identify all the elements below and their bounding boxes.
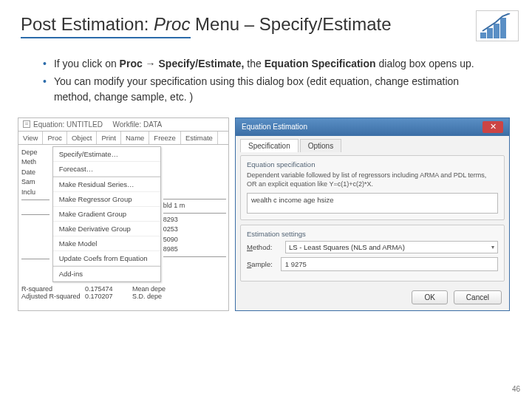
logo bbox=[476, 10, 519, 41]
equation-window-titlebar: = Equation: UNTITLED Workfile: DATA bbox=[18, 118, 228, 132]
output-left-col: Depe Meth Date Sam Inclu bbox=[18, 145, 52, 284]
close-icon[interactable]: ✕ bbox=[482, 121, 503, 133]
toolbar-proc[interactable]: Proc bbox=[43, 132, 67, 144]
group-eq-spec-label: Equation specification bbox=[247, 160, 498, 168]
toolbar-object[interactable]: Object bbox=[67, 132, 97, 144]
page-number: 46 bbox=[512, 385, 520, 393]
menu-make-gradient[interactable]: Make Gradient Group bbox=[53, 207, 160, 222]
chevron-down-icon: ▾ bbox=[491, 244, 494, 250]
sample-input[interactable]: 1 9275 bbox=[281, 257, 498, 271]
method-select[interactable]: LS - Least Squares (NLS and ARMA)▾ bbox=[285, 241, 498, 253]
dialog-titlebar: Equation Estimation ✕ bbox=[236, 118, 509, 136]
proc-menu: Specify/Estimate… Forecast… Make Residua… bbox=[52, 146, 161, 282]
toolbar-view[interactable]: View bbox=[18, 132, 43, 144]
menu-make-model[interactable]: Make Model bbox=[53, 236, 160, 251]
toolbar-print[interactable]: Print bbox=[97, 132, 121, 144]
toolbar-estimate[interactable]: Estimate bbox=[181, 132, 218, 144]
menu-forecast[interactable]: Forecast… bbox=[53, 162, 160, 177]
toolbar-freeze[interactable]: Freeze bbox=[149, 132, 181, 144]
svg-rect-1 bbox=[487, 28, 493, 38]
bullet-list: If you click on Proc → Specify/Estimate,… bbox=[0, 44, 532, 117]
method-label: Method: bbox=[247, 243, 279, 251]
cancel-button[interactable]: Cancel bbox=[454, 290, 502, 304]
sample-label: Sample: bbox=[247, 260, 275, 268]
menu-specify-estimate[interactable]: Specify/Estimate… bbox=[53, 147, 160, 162]
ok-button[interactable]: OK bbox=[412, 290, 447, 304]
equation-input[interactable]: wealth c income age hsize bbox=[247, 193, 498, 214]
svg-rect-0 bbox=[480, 33, 486, 38]
menu-make-residual[interactable]: Make Residual Series… bbox=[53, 177, 160, 192]
eq-spec-help: Dependent variable followed by list of r… bbox=[247, 171, 498, 188]
tab-specification[interactable]: Specification bbox=[240, 139, 299, 152]
equation-estimation-dialog: Equation Estimation ✕ Specification Opti… bbox=[235, 117, 510, 311]
menu-update-coefs[interactable]: Update Coefs from Equation bbox=[53, 251, 160, 266]
slide-title: Post Estimation: Proc Menu – Specify/Est… bbox=[21, 13, 511, 35]
menu-addins[interactable]: Add-ins bbox=[53, 267, 160, 282]
control-icon: = bbox=[23, 120, 30, 128]
tab-options[interactable]: Options bbox=[300, 139, 341, 152]
output-right-col: bld 1 m 8293 0253 5090 8985 bbox=[161, 145, 228, 284]
toolbar-name[interactable]: Name bbox=[121, 132, 149, 144]
equation-toolbar: View Proc Object Print Name Freeze Estim… bbox=[18, 132, 228, 145]
menu-make-derivative[interactable]: Make Derivative Group bbox=[53, 222, 160, 236]
svg-rect-2 bbox=[494, 24, 499, 38]
equation-window: = Equation: UNTITLED Workfile: DATA View… bbox=[18, 117, 229, 311]
bullet-2: You can modify your specification using … bbox=[54, 74, 495, 104]
svg-rect-3 bbox=[500, 18, 506, 38]
title-underline bbox=[21, 37, 191, 38]
menu-make-regressor[interactable]: Make Regressor Group bbox=[53, 192, 160, 207]
group-est-settings-label: Estimation settings bbox=[247, 230, 498, 238]
bullet-1: If you click on Proc → Specify/Estimate,… bbox=[54, 56, 474, 71]
